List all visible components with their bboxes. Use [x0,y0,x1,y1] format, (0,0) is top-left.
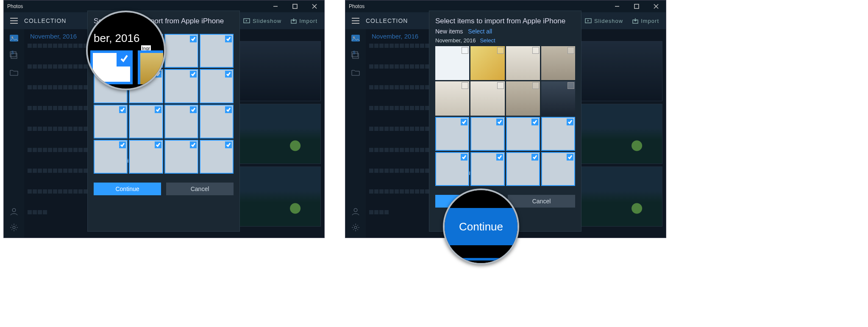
photo-thumb[interactable] [541,152,575,186]
photo-thumb[interactable] [435,46,469,80]
check-icon [190,106,197,113]
check-icon [461,154,467,161]
rail-badge: 5 [11,50,14,55]
slideshow-action[interactable]: Slideshow [585,18,623,24]
photo-thumb[interactable] [541,117,575,151]
slideshow-action[interactable]: Slideshow [243,18,281,24]
rail-account-icon[interactable] [10,207,18,217]
checkbox-empty-icon [462,47,468,54]
rail-albums-icon[interactable] [351,51,360,61]
background-thumbs [28,44,91,230]
hamburger-button[interactable] [345,20,366,21]
svg-point-8 [11,36,13,38]
import-action[interactable]: Import [632,18,659,24]
photo-thumb[interactable] [200,140,234,174]
maximize-button[interactable] [627,0,646,12]
photo-thumb[interactable] [470,81,504,115]
select-all-link[interactable]: Select all [468,28,492,35]
svg-rect-20 [351,35,360,42]
check-icon [119,141,126,148]
check-icon [155,106,161,113]
collection-heading: COLLECTION [366,17,408,24]
check-icon [225,71,232,78]
checkbox-empty-icon [497,47,504,54]
photo-thumb[interactable] [129,105,163,139]
photo-thumb[interactable] [435,117,469,151]
select-link[interactable]: Select [480,37,495,44]
continue-button[interactable]: Continue [94,183,161,195]
photo-thumb[interactable] [470,117,504,151]
checkbox-empty-icon [568,82,574,89]
photo-thumb[interactable] [506,81,540,115]
cancel-button[interactable]: Cancel [508,195,575,208]
photo-thumb[interactable] [164,34,198,68]
rail-folders-icon[interactable] [351,69,360,78]
check-icon [531,119,538,125]
thumbnail-grid [435,46,575,165]
photo-thumb[interactable] [435,152,469,186]
cancel-button[interactable]: Cancel [166,183,234,195]
check-icon [155,141,161,148]
svg-point-12 [13,226,15,229]
rail-folders-icon[interactable] [10,69,18,78]
rail-photos-icon[interactable] [351,34,360,44]
app-title: Photos [349,3,364,9]
new-items-label: New items [435,28,463,35]
photo-thumb[interactable] [164,105,198,139]
maximize-button[interactable] [285,0,305,12]
minimize-button[interactable] [607,0,627,12]
check-icon [567,119,573,125]
zoom-continue-detail: Continue [443,188,519,265]
checkbox-empty-icon [532,47,539,54]
background-thumbs [369,44,433,230]
rail-account-icon[interactable] [351,207,360,217]
photo-thumb[interactable] [200,69,234,103]
check-icon [567,154,573,161]
screenshot-left: Photos COLLECTION Select [3,0,325,238]
minimize-button[interactable] [266,0,285,12]
left-rail: 5 [4,29,24,238]
rail-albums-icon[interactable] [10,51,18,61]
photo-thumb[interactable] [541,46,575,80]
photo-thumb[interactable] [129,140,163,174]
close-button[interactable] [646,0,666,12]
photo-thumb[interactable] [200,105,234,139]
window-title-bar: Photos [345,0,666,12]
photo-thumb[interactable] [470,46,504,80]
checkbox-empty-icon [497,82,504,89]
check-icon [119,106,126,113]
check-icon [190,71,197,78]
check-icon [117,51,132,67]
check-icon [190,36,197,42]
dialog-title: Select items to import from Apple iPhone [435,17,575,25]
check-icon [461,119,467,125]
photo-thumb[interactable] [541,81,575,115]
rail-photos-icon[interactable] [9,34,19,44]
photo-thumb[interactable] [506,46,540,80]
close-button[interactable] [305,0,324,12]
photo-thumb[interactable] [200,34,234,68]
rail-settings-icon[interactable] [351,223,360,233]
hamburger-button[interactable] [4,20,24,21]
photo-thumb[interactable] [506,152,540,186]
background-previews [236,41,321,227]
svg-point-21 [353,36,355,38]
photo-thumb[interactable] [470,152,504,186]
photo-thumb[interactable] [164,69,198,103]
check-icon [496,119,503,125]
rail-settings-icon[interactable] [10,223,18,233]
photo-thumb[interactable] [435,81,469,115]
check-icon [496,154,503,161]
photo-thumb[interactable] [94,140,128,174]
photo-thumb[interactable] [164,140,198,174]
photo-thumb[interactable] [506,117,540,151]
photo-thumb[interactable] [94,105,128,139]
app-title: Photos [7,3,23,9]
check-icon [531,154,538,161]
import-action[interactable]: Import [291,18,317,24]
left-rail: 5 [345,29,366,238]
screenshot-right: Photos COLLECTION Select [345,0,666,238]
check-icon [225,36,232,42]
check-icon [225,106,232,113]
zoom-month-text: ber, 2016 [94,32,139,45]
